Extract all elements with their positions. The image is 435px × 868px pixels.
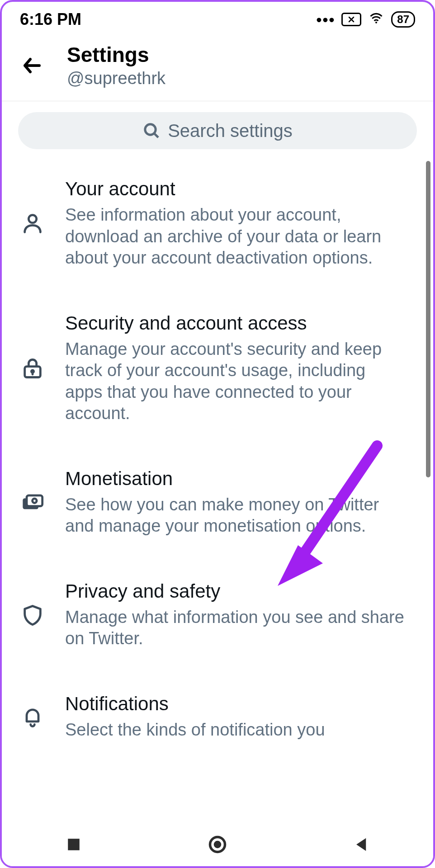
settings-item-title: Monetisation	[65, 468, 406, 490]
wifi-icon	[368, 12, 385, 27]
settings-item-title: Notifications	[65, 693, 406, 715]
lock-icon	[18, 357, 47, 380]
nav-recent-button[interactable]	[60, 831, 87, 858]
settings-item-privacy-safety[interactable]: Privacy and safety Manage what informati…	[2, 559, 433, 671]
search-icon	[142, 122, 161, 140]
svg-point-0	[375, 22, 377, 24]
back-button[interactable]	[20, 53, 44, 78]
settings-item-text: Monetisation See how you can make money …	[65, 468, 415, 537]
settings-item-description: Manage your account's security and keep …	[65, 339, 406, 425]
status-time: 6:16 PM	[20, 10, 81, 29]
battery-indicator: 87	[391, 11, 415, 28]
svg-rect-6	[27, 495, 43, 506]
status-bar: 6:16 PM ••• 87	[2, 2, 433, 33]
settings-item-description: Select the kinds of notification you	[65, 719, 406, 741]
settings-item-monetisation[interactable]: Monetisation See how you can make money …	[2, 446, 433, 559]
battery-percent: 87	[397, 13, 409, 26]
settings-item-your-account[interactable]: Your account See information about your …	[2, 156, 433, 291]
no-sim-icon	[341, 13, 361, 26]
settings-item-title: Privacy and safety	[65, 580, 406, 602]
svg-point-12	[214, 841, 221, 848]
settings-item-text: Your account See information about your …	[65, 178, 415, 269]
settings-item-description: See how you can make money on Twitter an…	[65, 494, 406, 537]
settings-item-security[interactable]: Security and account access Manage your …	[2, 291, 433, 446]
app-header: Settings @supreethrk	[2, 33, 433, 101]
more-dots-icon: •••	[317, 16, 336, 24]
settings-list: Your account See information about your …	[2, 156, 433, 816]
status-right: ••• 87	[317, 11, 415, 28]
settings-item-text: Privacy and safety Manage what informati…	[65, 580, 415, 650]
settings-item-text: Security and account access Manage your …	[65, 312, 415, 425]
bell-icon	[18, 705, 47, 728]
svg-rect-10	[68, 839, 79, 850]
person-icon	[18, 212, 47, 235]
money-icon	[18, 491, 47, 514]
search-input[interactable]: Search settings	[18, 112, 417, 149]
svg-point-2	[28, 215, 36, 223]
shield-icon	[18, 603, 47, 627]
svg-point-1	[145, 124, 156, 135]
nav-home-button[interactable]	[204, 831, 231, 858]
search-placeholder: Search settings	[168, 121, 293, 141]
scrollbar[interactable]	[426, 161, 430, 477]
settings-item-description: See information about your account, down…	[65, 204, 406, 269]
page-subtitle: @supreethrk	[67, 69, 165, 88]
settings-item-description: Manage what information you see and shar…	[65, 607, 406, 650]
search-container: Search settings	[2, 101, 433, 156]
page-title: Settings	[67, 42, 165, 67]
nav-back-button[interactable]	[348, 831, 375, 858]
settings-item-text: Notifications Select the kinds of notifi…	[65, 693, 415, 741]
settings-item-notifications[interactable]: Notifications Select the kinds of notifi…	[2, 671, 433, 763]
header-text: Settings @supreethrk	[67, 42, 165, 88]
settings-item-title: Your account	[65, 178, 406, 200]
android-nav-bar	[2, 823, 433, 866]
settings-item-title: Security and account access	[65, 312, 406, 334]
